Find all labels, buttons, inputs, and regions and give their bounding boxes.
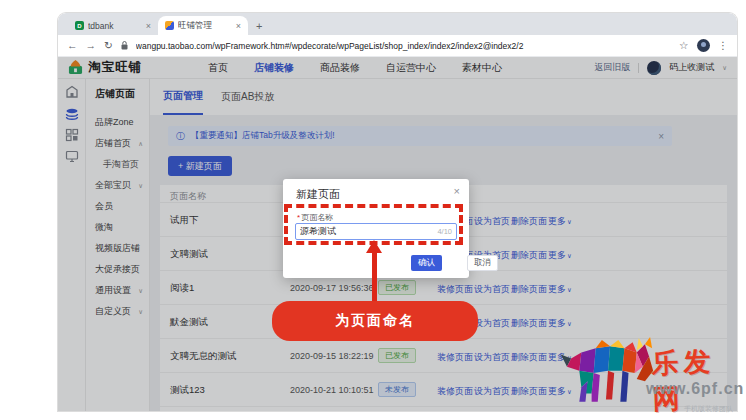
confirm-button[interactable]: 确认 [411,255,442,271]
bookmark-star-icon[interactable]: ☆ [679,40,688,51]
back-icon[interactable]: ← [67,40,78,51]
browser-profile-avatar[interactable] [697,39,710,52]
browser-menu-icon[interactable]: ⋮ [718,40,729,51]
new-tab-button[interactable]: + [256,20,262,32]
close-modal-icon[interactable]: × [454,185,460,197]
annotation-callout: 为页面命名 [272,301,478,341]
close-tab-icon[interactable]: × [146,21,151,31]
wangpu-favicon-icon [165,21,174,30]
close-tab-icon[interactable]: × [236,21,241,31]
annotation-arrow-shaft [372,252,377,304]
annotation-highlight-rect [284,204,463,245]
modal-title: 新建页面 [296,187,340,202]
url-text[interactable]: wangpu.taobao.com/wpFramework.htm#/wpdec… [136,41,671,51]
tdbank-favicon-icon: D [75,21,84,30]
cancel-button[interactable]: 取消 [467,255,498,271]
browser-toolbar: ← → ↻ wangpu.taobao.com/wpFramework.htm#… [58,35,737,57]
watermark-subtitle: 手机版装修团队 [684,404,733,414]
browser-tab-tdbank[interactable]: D tdbank × [68,16,158,35]
reload-icon[interactable]: ↻ [104,40,113,51]
annotation-callout-text: 为页面命名 [335,312,415,330]
tab-title: 旺铺管理 [178,20,232,32]
forward-icon[interactable]: → [86,40,97,51]
watermark-site-url: www.6pf.cn [646,380,744,398]
tab-title: tdbank [88,21,142,31]
browser-tab-wangpu[interactable]: 旺铺管理 × [158,16,248,35]
lock-icon [121,41,128,50]
screenshot-stage: D tdbank × 旺铺管理 × + ← → ↻ wangpu.taobao.… [0,0,746,420]
browser-tab-strip: D tdbank × 旺铺管理 × + [58,13,737,35]
watermark-bull-logo [548,336,666,416]
